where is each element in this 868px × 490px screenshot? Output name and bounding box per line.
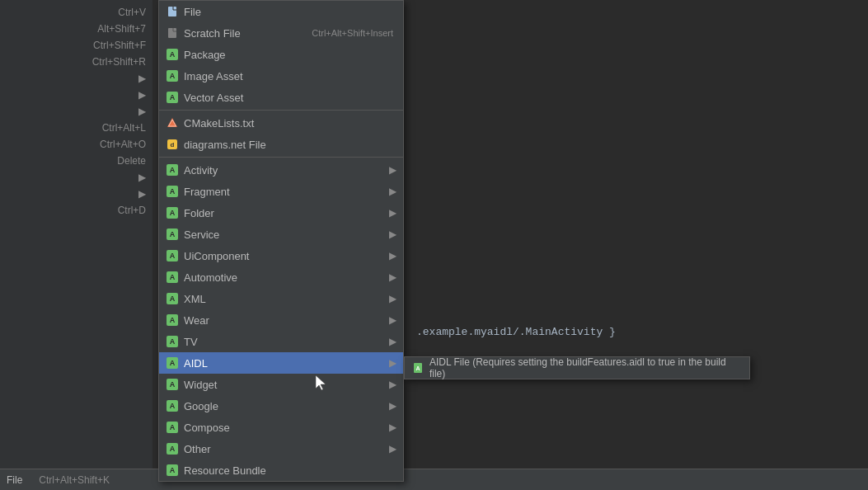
menu-label-aidl: AIDL: [184, 357, 389, 370]
arrow-fragment: ▶: [389, 186, 396, 197]
google-icon: A: [166, 399, 179, 412]
menu-item-cmake[interactable]: CMakeLists.txt: [159, 112, 403, 134]
tv-icon: A: [166, 335, 179, 348]
shortcut-delete: Delete: [0, 153, 152, 169]
activity-icon: A: [166, 163, 179, 177]
arrow-wear: ▶: [389, 314, 396, 326]
menu-item-fragment[interactable]: A Fragment ▶: [159, 181, 403, 202]
menu-label-xml: XML: [184, 293, 389, 305]
main-context-menu: File Scratch File Ctrl+Alt+Shift+Insert …: [158, 0, 404, 482]
uicomponent-icon: A: [166, 249, 179, 262]
bottom-file-label: File: [7, 474, 22, 486]
shortcut-ctrl-d: Ctrl+D: [0, 202, 152, 219]
menu-item-image-asset[interactable]: A Image Asset: [159, 65, 403, 87]
svg-rect-1: [168, 28, 176, 38]
menu-item-activity[interactable]: A Activity ▶: [159, 159, 403, 181]
arrow-compose: ▶: [389, 422, 396, 433]
arrow-other: ▶: [389, 443, 396, 455]
shortcut-ctrl-shift-f: Ctrl+Shift+F: [0, 37, 152, 54]
menu-item-uicomponent[interactable]: A UiComponent ▶: [159, 245, 403, 266]
shortcut-ctrl-alt-l: Ctrl+Alt+L: [0, 120, 152, 136]
automotive-icon: A: [166, 271, 179, 284]
menu-item-compose[interactable]: A Compose ▶: [159, 417, 403, 438]
menu-label-uicomponent: UiComponent: [184, 250, 389, 262]
shortcut-arrow-4: ▶: [0, 169, 152, 186]
arrow-xml: ▶: [389, 293, 396, 304]
cmake-icon: [166, 116, 179, 130]
menu-label-file: File: [184, 6, 396, 18]
wear-icon: A: [166, 313, 179, 327]
menu-item-diagrams[interactable]: d diagrams.net File: [159, 134, 403, 155]
menu-label-other: Other: [184, 443, 389, 455]
menu-item-folder[interactable]: A Folder ▶: [159, 202, 403, 224]
separator-2: [159, 157, 403, 158]
compose-icon: A: [166, 421, 179, 434]
menu-label-package: Package: [184, 49, 396, 61]
submenu-label-aidl-file: AIDL File (Requires setting the buildFea…: [429, 356, 743, 379]
menu-label-resource-bundle: Resource Bundle: [184, 464, 396, 477]
menu-item-widget[interactable]: A Widget ▶: [159, 374, 403, 395]
menu-item-wear[interactable]: A Wear ▶: [159, 309, 403, 331]
service-icon: A: [166, 228, 179, 241]
separator-1: [159, 110, 403, 111]
menu-label-service: Service: [184, 229, 389, 241]
menu-item-file[interactable]: File: [159, 1, 403, 22]
arrow-google: ▶: [389, 400, 396, 412]
image-asset-icon: A: [166, 69, 179, 82]
menu-label-wear: Wear: [184, 314, 389, 327]
shortcut-ctrl-v: Ctrl+V: [0, 4, 152, 21]
menu-item-vector-asset[interactable]: A Vector Asset: [159, 87, 403, 108]
shortcut-alt-shift-7: Alt+Shift+7: [0, 21, 152, 37]
folder-icon: A: [166, 206, 179, 219]
menu-item-package[interactable]: A Package: [159, 44, 403, 65]
menu-item-google[interactable]: A Google ▶: [159, 395, 403, 417]
aidl-submenu: A AIDL File (Requires setting the buildF…: [404, 356, 750, 379]
arrow-uicomponent: ▶: [389, 250, 396, 261]
svg-text:A: A: [415, 365, 420, 371]
other-icon: A: [166, 442, 179, 455]
menu-label-fragment: Fragment: [184, 186, 389, 198]
widget-icon: A: [166, 378, 179, 391]
shortcut-arrow-5: ▶: [0, 186, 152, 202]
vector-asset-icon: A: [166, 91, 179, 104]
shortcut-arrow-3: ▶: [0, 103, 152, 120]
menu-item-scratch-file[interactable]: Scratch File Ctrl+Alt+Shift+Insert: [159, 22, 403, 44]
menu-item-automotive[interactable]: A Automotive ▶: [159, 266, 403, 288]
arrow-activity: ▶: [389, 164, 396, 176]
arrow-folder: ▶: [389, 207, 396, 219]
aidl-icon: A: [166, 356, 179, 370]
editor-code-line: .example.myaidl/.MainActivity }: [416, 326, 616, 338]
menu-item-xml[interactable]: A XML ▶: [159, 288, 403, 309]
bottom-shortcut-label: Ctrl+Alt+Shift+K: [39, 474, 110, 486]
xml-icon: A: [166, 292, 179, 305]
shortcut-arrow-1: ▶: [0, 70, 152, 87]
shortcut-scratch-file: Ctrl+Alt+Shift+Insert: [312, 28, 393, 38]
arrow-automotive: ▶: [389, 271, 396, 283]
menu-item-service[interactable]: A Service ▶: [159, 224, 403, 245]
arrow-widget: ▶: [389, 379, 396, 390]
menu-label-activity: Activity: [184, 164, 389, 177]
menu-label-widget: Widget: [184, 379, 389, 391]
shortcut-ctrl-shift-r: Ctrl+Shift+R: [0, 54, 152, 70]
shortcut-arrow-2: ▶: [0, 87, 152, 103]
menu-label-vector-asset: Vector Asset: [184, 92, 396, 104]
aidl-file-icon: A: [411, 361, 425, 375]
menu-label-folder: Folder: [184, 207, 389, 219]
shortcut-ctrl-alt-o: Ctrl+Alt+O: [0, 136, 152, 153]
arrow-aidl: ▶: [389, 357, 396, 369]
file-icon: [166, 5, 179, 18]
arrow-service: ▶: [389, 229, 396, 240]
package-icon: A: [166, 48, 179, 61]
arrow-tv: ▶: [389, 336, 396, 347]
menu-label-automotive: Automotive: [184, 271, 389, 284]
svg-rect-0: [168, 7, 176, 16]
menu-label-scratch-file: Scratch File: [184, 27, 312, 40]
menu-item-resource-bundle[interactable]: A Resource Bundle: [159, 459, 403, 481]
left-shortcuts-panel: Ctrl+V Alt+Shift+7 Ctrl+Shift+F Ctrl+Shi…: [0, 0, 152, 490]
menu-item-tv[interactable]: A TV ▶: [159, 331, 403, 352]
bottom-bar: File Ctrl+Alt+Shift+K: [0, 469, 868, 490]
menu-item-aidl[interactable]: A AIDL ▶: [159, 352, 403, 374]
fragment-icon: A: [166, 185, 179, 198]
menu-item-other[interactable]: A Other ▶: [159, 438, 403, 459]
submenu-item-aidl-file[interactable]: A AIDL File (Requires setting the buildF…: [405, 357, 749, 379]
